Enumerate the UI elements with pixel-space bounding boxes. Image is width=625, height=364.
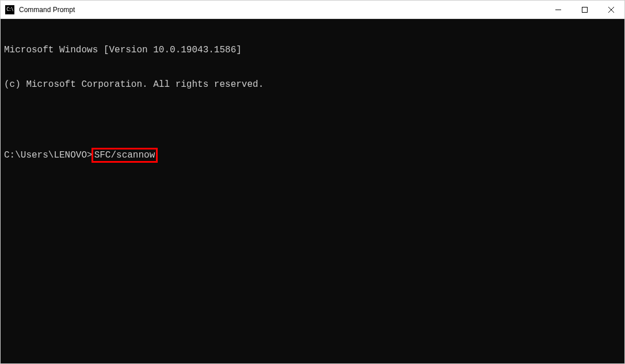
minimize-icon (555, 7, 561, 13)
prompt-text: C:\Users\LENOVO> (4, 150, 93, 160)
svg-rect-1 (582, 7, 588, 12)
close-button[interactable] (598, 1, 624, 18)
close-icon (608, 7, 614, 13)
window-title: Command Prompt (19, 6, 545, 14)
app-icon: C:\ (5, 5, 14, 14)
titlebar[interactable]: C:\ Command Prompt (1, 1, 624, 19)
command-text: SFC/scannow (94, 150, 155, 160)
maximize-button[interactable] (571, 1, 598, 18)
window-controls (545, 1, 624, 18)
command-highlight: SFC/scannow (92, 148, 158, 163)
terminal-prompt-line: C:\Users\LENOVO>SFC/scannow (4, 148, 621, 163)
maximize-icon (582, 7, 588, 13)
terminal-blank-line (4, 113, 621, 125)
command-prompt-window: C:\ Command Prompt Microsoft Windows (0, 0, 625, 364)
terminal-output-line: Microsoft Windows [Version 10.0.19043.15… (4, 44, 621, 56)
minimize-button[interactable] (545, 1, 571, 18)
terminal-area[interactable]: Microsoft Windows [Version 10.0.19043.15… (1, 19, 624, 363)
terminal-output-line: (c) Microsoft Corporation. All rights re… (4, 79, 621, 90)
